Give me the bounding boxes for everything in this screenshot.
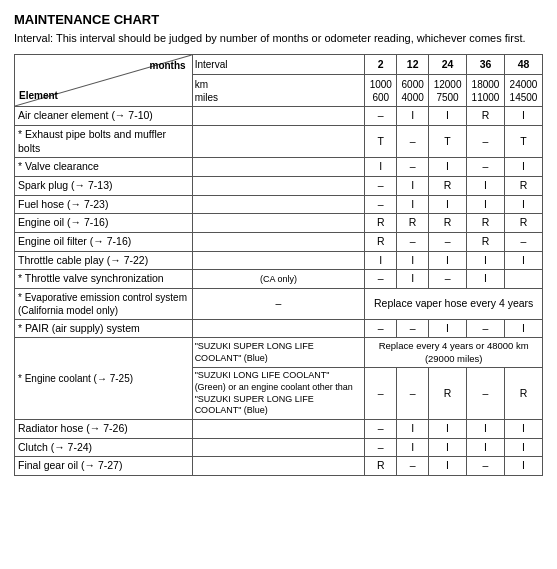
months-label: months <box>150 59 186 72</box>
col4-months: 36 <box>467 55 505 75</box>
table-row: * PAIR (air supply) system – – I – I <box>15 319 543 338</box>
col1-km: 1000600 <box>365 74 397 106</box>
table-row: * Exhaust pipe bolts and muffler bolts T… <box>15 126 543 158</box>
header-interval: Interval <box>192 55 365 75</box>
col3-km: 120007500 <box>429 74 467 106</box>
table-row: Engine oil filter (→ 7-16) R – – R – <box>15 232 543 251</box>
table-row: Air cleaner element (→ 7-10) – I I R I <box>15 107 543 126</box>
col5-km: 2400014500 <box>504 74 542 106</box>
table-row: * Throttle valve synchronization (CA onl… <box>15 270 543 289</box>
title: MAINTENANCE CHART <box>14 12 543 27</box>
table-row: Spark plug (→ 7-13) – I R I R <box>15 176 543 195</box>
table-row: * Evaporative emission control system (C… <box>15 288 543 319</box>
table-row: Fuel hose (→ 7-23) – I I I I <box>15 195 543 214</box>
col4-km: 1800011000 <box>467 74 505 106</box>
col3-months: 24 <box>429 55 467 75</box>
table-row: * Engine coolant (→ 7-25) "SUZUKI SUPER … <box>15 338 543 368</box>
table-row: Throttle cable play (→ 7-22) I I I I I <box>15 251 543 270</box>
element-label: Element <box>19 89 58 102</box>
subtitle: Interval: This interval should be judged… <box>14 31 543 46</box>
col2-months: 12 <box>397 55 429 75</box>
table-row: * Valve clearance I – I – I <box>15 158 543 177</box>
table-row: Clutch (→ 7-24) – I I I I <box>15 438 543 457</box>
table-row: Engine oil (→ 7-16) R R R R R <box>15 214 543 233</box>
table-row: Final gear oil (→ 7-27) R – I – I <box>15 457 543 476</box>
table-row: Radiator hose (→ 7-26) – I I I I <box>15 419 543 438</box>
col1-months: 2 <box>365 55 397 75</box>
km-label: kmmiles <box>192 74 365 106</box>
col2-km: 60004000 <box>397 74 429 106</box>
col5-months: 48 <box>504 55 542 75</box>
